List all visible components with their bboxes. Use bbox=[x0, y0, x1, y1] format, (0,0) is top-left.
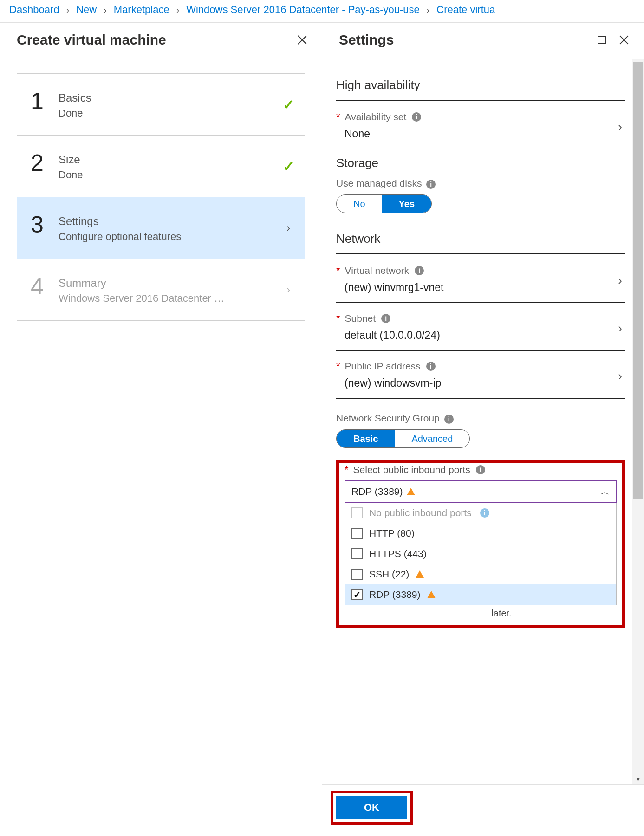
field-value: None bbox=[336, 128, 625, 140]
info-icon[interactable]: i bbox=[381, 314, 390, 323]
option-label: HTTPS (443) bbox=[369, 548, 427, 559]
step-title: Summary bbox=[59, 277, 280, 290]
pane-title: Settings bbox=[339, 32, 586, 48]
public-ip-field[interactable]: * Public IP address i (new) windowsvm-ip… bbox=[336, 354, 625, 399]
breadcrumb-item[interactable]: New bbox=[76, 4, 97, 15]
info-icon[interactable]: i bbox=[444, 415, 454, 424]
pane-title: Create virtual machine bbox=[17, 32, 286, 48]
info-icon[interactable]: i bbox=[426, 362, 436, 371]
managed-disks-toggle[interactable]: No Yes bbox=[336, 194, 432, 213]
step-subtitle: Done bbox=[59, 107, 280, 119]
info-icon[interactable]: i bbox=[426, 180, 436, 189]
virtual-network-field[interactable]: * Virtual network i (new) winvmrg1-vnet … bbox=[336, 258, 625, 303]
breadcrumb-item[interactable]: Windows Server 2016 Datacenter - Pay-as-… bbox=[186, 4, 420, 15]
toggle-advanced[interactable]: Advanced bbox=[395, 430, 469, 447]
required-icon: * bbox=[345, 464, 349, 476]
field-value: (new) windowsvm-ip bbox=[336, 377, 625, 389]
breadcrumb-item[interactable]: Create virtua bbox=[436, 4, 495, 15]
step-subtitle: Windows Server 2016 Datacenter … bbox=[59, 292, 280, 305]
hint-text: later. bbox=[345, 605, 617, 620]
chevron-right-icon: › bbox=[286, 221, 290, 234]
divider bbox=[336, 253, 625, 254]
nsg-toggle[interactable]: Basic Advanced bbox=[336, 429, 470, 448]
toggle-yes[interactable]: Yes bbox=[382, 195, 431, 213]
scrollbar-thumb[interactable] bbox=[633, 62, 643, 499]
inbound-ports-dropdown: No public inbound ports i HTTP (80) HTTP… bbox=[345, 503, 617, 605]
checkbox bbox=[351, 507, 363, 518]
step-subtitle: Configure optional features bbox=[59, 231, 280, 243]
required-icon: * bbox=[336, 312, 340, 324]
toggle-basic[interactable]: Basic bbox=[337, 430, 395, 447]
field-label: Use managed disks bbox=[336, 178, 422, 188]
ok-button[interactable]: OK bbox=[336, 796, 407, 819]
field-label: Subnet bbox=[345, 313, 376, 324]
port-option-ssh[interactable]: SSH (22) bbox=[345, 564, 616, 584]
subnet-field[interactable]: * Subnet i default (10.0.0.0/24) › bbox=[336, 306, 625, 351]
inbound-ports-combo[interactable]: RDP (3389) ︿ bbox=[345, 480, 617, 503]
info-icon[interactable]: i bbox=[415, 266, 424, 275]
info-icon[interactable]: i bbox=[412, 112, 421, 122]
check-icon: ✓ bbox=[283, 158, 294, 175]
inbound-ports-block: * Select public inbound ports i RDP (338… bbox=[336, 460, 625, 628]
option-label: RDP (3389) bbox=[369, 589, 421, 600]
port-option-https[interactable]: HTTPS (443) bbox=[345, 544, 616, 564]
close-icon[interactable] bbox=[618, 33, 631, 46]
breadcrumb-item[interactable]: Marketplace bbox=[114, 4, 169, 15]
breadcrumb: Dashboard › New › Marketplace › Windows … bbox=[0, 0, 644, 23]
chevron-right-icon: › bbox=[176, 6, 179, 15]
checkbox[interactable] bbox=[351, 548, 363, 559]
svg-rect-0 bbox=[598, 36, 605, 44]
required-icon: * bbox=[336, 360, 340, 372]
pane-footer: OK bbox=[322, 784, 644, 830]
settings-pane: Settings High availability * Availabilit… bbox=[322, 23, 644, 830]
scroll-down-icon[interactable]: ▾ bbox=[632, 773, 644, 784]
section-network: Network bbox=[336, 232, 625, 246]
warning-icon bbox=[416, 570, 424, 578]
chevron-right-icon: › bbox=[618, 273, 622, 287]
chevron-right-icon: › bbox=[618, 369, 622, 383]
section-storage: Storage bbox=[336, 156, 625, 170]
combo-value: RDP (3389) bbox=[351, 486, 403, 497]
field-label: Select public inbound ports bbox=[353, 464, 470, 475]
port-option-http[interactable]: HTTP (80) bbox=[345, 523, 616, 544]
scrollbar[interactable]: ▾ bbox=[632, 59, 644, 784]
info-icon: i bbox=[480, 508, 489, 518]
checkbox[interactable] bbox=[351, 589, 363, 600]
step-size[interactable]: 2 Size Done ✓ bbox=[17, 136, 305, 197]
step-title: Basics bbox=[59, 91, 280, 104]
toggle-no[interactable]: No bbox=[337, 195, 382, 213]
step-title: Settings bbox=[59, 215, 280, 228]
chevron-right-icon: › bbox=[104, 6, 107, 15]
divider bbox=[336, 100, 625, 101]
field-label: Virtual network bbox=[345, 265, 410, 276]
step-basics[interactable]: 1 Basics Done ✓ bbox=[17, 74, 305, 135]
restore-icon[interactable] bbox=[595, 33, 608, 46]
info-icon[interactable]: i bbox=[476, 465, 485, 474]
step-subtitle: Done bbox=[59, 169, 280, 181]
required-icon: * bbox=[336, 265, 340, 277]
chevron-right-icon: › bbox=[427, 6, 429, 15]
option-label: SSH (22) bbox=[369, 569, 409, 580]
warning-icon bbox=[427, 591, 436, 598]
step-number: 2 bbox=[31, 151, 59, 175]
port-option-rdp[interactable]: RDP (3389) bbox=[345, 584, 616, 605]
option-label: HTTP (80) bbox=[369, 528, 415, 539]
close-icon[interactable] bbox=[296, 33, 309, 46]
availability-set-field[interactable]: * Availability set i None › bbox=[336, 104, 625, 149]
checkbox[interactable] bbox=[351, 528, 363, 539]
step-number: 4 bbox=[31, 275, 59, 298]
chevron-right-icon: › bbox=[618, 119, 622, 134]
port-option-none: No public inbound ports i bbox=[345, 503, 616, 523]
divider bbox=[17, 320, 305, 321]
option-label: No public inbound ports bbox=[369, 507, 472, 518]
check-icon: ✓ bbox=[283, 97, 294, 113]
ok-highlight: OK bbox=[331, 791, 413, 825]
chevron-up-icon: ︿ bbox=[600, 486, 610, 498]
chevron-right-icon: › bbox=[286, 283, 290, 296]
section-high-availability: High availability bbox=[336, 78, 625, 92]
breadcrumb-item[interactable]: Dashboard bbox=[9, 4, 59, 15]
checkbox[interactable] bbox=[351, 569, 363, 580]
step-settings[interactable]: 3 Settings Configure optional features › bbox=[17, 197, 305, 259]
field-label: Availability set bbox=[345, 111, 407, 123]
warning-icon bbox=[407, 488, 415, 495]
